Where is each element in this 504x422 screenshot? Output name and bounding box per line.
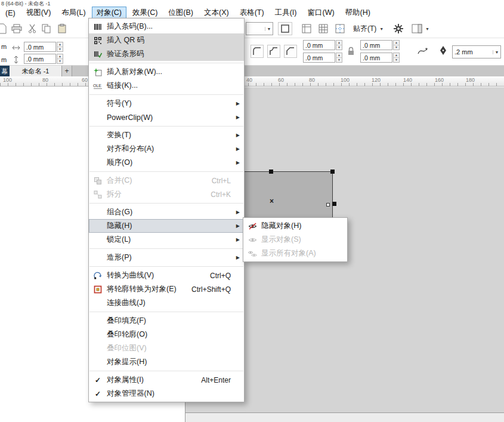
full-screen-preview-icon[interactable]	[278, 22, 292, 35]
object-menu-item-3[interactable]: 插入新对象(W)...	[89, 65, 244, 79]
print-icon[interactable]	[10, 22, 24, 35]
object-menu-item-23[interactable]: ✓对象属性(I)Alt+Enter	[89, 373, 244, 387]
verify-barcode-icon	[91, 50, 104, 59]
menu-item-shortcut: Ctrl+K	[211, 190, 240, 199]
corner-radius-field-4[interactable]	[360, 53, 392, 63]
ruler-number: 80	[309, 77, 315, 83]
object-menu-item-9[interactable]: 顺序(O)▶	[89, 156, 244, 170]
show-grid-icon[interactable]	[316, 22, 330, 35]
menu-item-label: 验证条形码	[107, 49, 144, 59]
width-stepper[interactable]: ▲▼	[57, 42, 63, 52]
zoom-level-combo[interactable]: ▼	[246, 22, 273, 35]
menubar-item-4[interactable]: 效果(C)	[128, 7, 162, 19]
object-width-field[interactable]	[24, 42, 56, 52]
object-menu-item-16[interactable]: 转换为曲线(V)Ctrl+Q	[89, 269, 244, 282]
window-title: 8 (64-Bit) - 未命名 -1	[0, 0, 51, 7]
submenu-arrow-icon: ▶	[236, 223, 240, 229]
vertical-size-icon	[13, 56, 20, 64]
object-menu-item-15[interactable]: 造形(P)▶	[89, 251, 244, 264]
menu-item-label: 合并(C)	[107, 175, 132, 186]
menu-item-label: 组合(G)	[107, 207, 132, 217]
combine-icon	[91, 176, 104, 186]
scalloped-corner-button[interactable]	[267, 45, 280, 58]
menubar-item-10[interactable]: 帮助(H)	[341, 7, 375, 19]
menubar-item-7[interactable]: 表格(T)	[235, 7, 269, 19]
menubar-item-6[interactable]: 文本(X)	[199, 7, 234, 19]
menu-item-label: 造形(P)	[107, 252, 132, 263]
object-menu-item-17[interactable]: 将轮廓转换为对象(E)Ctrl+Shift+Q	[89, 282, 244, 296]
docker-panel-button[interactable]: ▼	[409, 22, 432, 35]
chamfered-corner-button[interactable]	[284, 45, 297, 58]
corner-radius-stepper-2[interactable]: ▲▼	[336, 53, 342, 63]
menubar-item-5[interactable]: 位图(B)	[163, 7, 198, 19]
menubar-item-0[interactable]: (E)	[1, 8, 20, 19]
dropdown-arrow-icon: ▼	[493, 50, 500, 54]
outline-pen-nib-icon[interactable]	[439, 45, 447, 56]
object-menu-item-12[interactable]: 组合(G)▶	[89, 205, 244, 219]
copy-icon[interactable]	[39, 22, 54, 35]
corner-radius-stepper-1[interactable]: ▲▼	[336, 40, 342, 50]
options-gear-icon[interactable]	[391, 22, 406, 35]
object-menu-item-14[interactable]: 锁定(L)▶	[89, 233, 244, 247]
object-menu-item-1[interactable]: 插入 QR 码	[89, 33, 244, 47]
object-menu-item-7[interactable]: 变换(T)▶	[89, 128, 244, 142]
corner-radius-field-3[interactable]	[360, 40, 392, 50]
selection-handle-right-mid[interactable]	[332, 202, 336, 206]
menu-gutter	[91, 113, 104, 122]
ruler-number: 60	[278, 77, 284, 83]
menu-gutter	[91, 144, 104, 154]
snap-to-button[interactable]: 贴齐(T) ▼	[351, 22, 386, 35]
break-apart-icon	[91, 190, 104, 199]
document-tab[interactable]: 未命名 -1	[10, 66, 62, 76]
scale-with-object-icon[interactable]	[418, 47, 428, 56]
object-menu-item-19[interactable]: 叠印填充(F)	[89, 314, 244, 328]
show-rulers-icon[interactable]	[299, 22, 314, 35]
object-menu-item-18[interactable]: 连接曲线(J)	[89, 296, 244, 310]
corner-radius-field-2[interactable]	[303, 53, 335, 63]
menubar-item-3[interactable]: 对象(C)	[92, 7, 126, 19]
hide-submenu: 隐藏对象(H)显示对象(S)显示所有对象(A)	[243, 217, 348, 262]
new-document-icon[interactable]	[0, 22, 10, 35]
height-stepper[interactable]: ▲▼	[57, 54, 63, 64]
object-menu-item-8[interactable]: 对齐和分布(A)▶	[89, 142, 244, 156]
selection-handle-top-right[interactable]	[330, 170, 335, 174]
outline-width-combo[interactable]: .2 mm ▼	[452, 45, 501, 58]
menubar-item-2[interactable]: 布局(L)	[57, 7, 90, 19]
object-menu-item-4[interactable]: OLE链接(K)...	[89, 79, 244, 93]
insert-new-object-icon	[91, 67, 104, 77]
show-guidelines-icon[interactable]	[333, 22, 347, 35]
hide-submenu-item-0[interactable]: 隐藏对象(H)	[243, 219, 347, 233]
menubar-item-9[interactable]: 窗口(W)	[302, 7, 339, 19]
selection-handle-top-mid[interactable]	[269, 170, 273, 174]
object-menu-item-5[interactable]: 符号(Y)▶	[89, 97, 244, 110]
position-field-fragment: m	[1, 43, 7, 50]
object-menu-item-2[interactable]: 验证条形码	[89, 47, 244, 61]
horizontal-ruler[interactable]: 1008060406080100120140160180	[0, 76, 504, 87]
object-menu-item-22[interactable]: 对象提示(H)	[89, 355, 244, 369]
new-document-tab-button[interactable]: +	[62, 66, 72, 76]
menu-separator	[89, 203, 243, 204]
corner-radius-stepper-3[interactable]: ▲▼	[393, 40, 400, 50]
menu-separator	[89, 126, 243, 127]
menu-item-label: 变换(T)	[107, 130, 131, 140]
object-height-field[interactable]	[24, 54, 56, 64]
cut-icon[interactable]	[25, 22, 39, 35]
menubar-item-1[interactable]: 视图(V)	[21, 7, 56, 19]
menubar-item-8[interactable]: 工具(I)	[270, 7, 302, 19]
object-menu-item-20[interactable]: 叠印轮廓(O)	[89, 328, 244, 341]
paste-icon[interactable]	[55, 22, 69, 35]
object-menu-item-13[interactable]: 隐藏(H)▶	[89, 219, 244, 233]
corner-radius-field-1[interactable]	[303, 40, 335, 50]
ole-link-icon: OLE	[91, 81, 104, 91]
object-menu-item-0[interactable]: 插入条码(B)...	[89, 20, 244, 33]
horizontal-scrollbar[interactable]	[185, 412, 504, 422]
round-corner-button[interactable]	[251, 45, 264, 58]
corner-radius-stepper-4[interactable]: ▲▼	[393, 53, 400, 63]
object-menu-item-24[interactable]: ✓对象管理器(N)	[89, 387, 244, 401]
node-marker[interactable]	[326, 203, 330, 207]
edit-corners-together-lock-icon[interactable]	[347, 47, 355, 56]
menu-item-shortcut: Alt+Enter	[201, 376, 240, 384]
object-menu-item-6[interactable]: PowerClip(W)▶	[89, 110, 244, 124]
ruler-number: 100	[341, 77, 350, 83]
menu-gutter	[91, 221, 104, 231]
